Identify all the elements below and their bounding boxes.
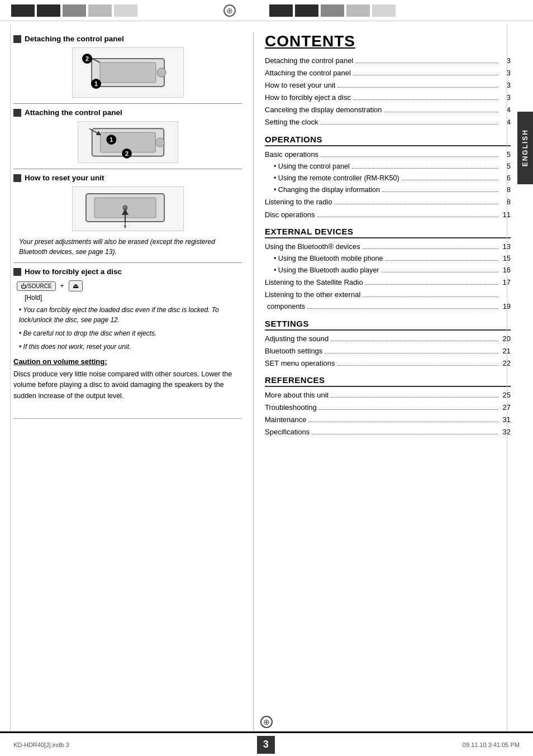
- toc-dots: [321, 156, 498, 157]
- divider-2: [13, 169, 242, 169]
- toc-dots: [331, 341, 498, 341]
- toc-dots: [384, 112, 498, 112]
- toc-row-bluetooth: Using the Bluetooth® devices 13: [265, 241, 511, 253]
- toc-row-radio: Listening to the radio 8: [265, 196, 511, 208]
- toc-label: Troubleshooting: [265, 401, 317, 414]
- plus-sign: +: [60, 282, 64, 290]
- toc-row-basic-ops: Basic operations 5: [265, 149, 511, 161]
- toc-label: Adjusting the sound: [265, 333, 329, 345]
- svg-text:2: 2: [125, 150, 128, 156]
- toc-num: 4: [501, 104, 511, 116]
- toc-dots: [382, 272, 498, 272]
- toc-row-detaching: Detaching the control panel 3: [265, 55, 511, 67]
- toc-num: 13: [501, 241, 511, 253]
- bottom-compass: ⊕: [260, 716, 273, 728]
- toc-dots: [320, 124, 498, 125]
- toc-num: 3: [501, 79, 511, 92]
- toc-label: Basic operations: [265, 149, 318, 161]
- toc-intro: Detaching the control panel 3 Attaching …: [265, 55, 511, 129]
- toc-num: 27: [501, 401, 511, 414]
- toc-row-reset: How to reset your unit 3: [265, 79, 511, 92]
- toc-dots: [365, 284, 498, 285]
- top-bar-right: [269, 4, 482, 17]
- english-label: ENGLISH: [521, 129, 529, 166]
- toc-num: 8: [501, 184, 511, 196]
- color-block-r4: [346, 4, 370, 17]
- toc-label: Setting the clock: [265, 116, 318, 128]
- attaching-diagram: 2 1: [78, 121, 178, 163]
- hold-label: [Hold]: [25, 294, 242, 302]
- page-content: Detaching the control panel: [0, 21, 533, 733]
- toc-row-maintenance: Maintenance 31: [265, 414, 511, 426]
- toc-label: Specifications: [265, 426, 310, 438]
- toc-dots: [352, 168, 498, 169]
- toc-dots: [319, 409, 498, 410]
- detaching-diagram: 1 2: [72, 47, 184, 98]
- toc-label: How to reset your unit: [265, 79, 335, 92]
- toc-label: How to forcibly eject a disc: [265, 92, 351, 104]
- toc-dots: [337, 87, 498, 88]
- toc-header-external: EXTERNAL DEVICES: [265, 227, 511, 238]
- toc-dots: [331, 397, 498, 398]
- toc-num: 4: [501, 116, 511, 128]
- toc-row-bt-settings: Bluetooth settings 21: [265, 345, 511, 357]
- eject-icon: ⏏: [69, 280, 83, 291]
- toc-num: 5: [501, 149, 511, 161]
- toc-dots: [308, 422, 498, 422]
- eject-bullet-2: • Be careful not to drop the disc when i…: [19, 328, 242, 338]
- toc-label: • Using the Bluetooth audio player: [274, 265, 379, 276]
- toc-label: Listening to the other external: [265, 289, 360, 301]
- right-margin-line: [507, 25, 507, 731]
- toc-label: Detaching the control panel: [265, 55, 353, 67]
- toc-operations: Basic operations 5 • Using the control p…: [265, 149, 511, 221]
- reset-title: How to reset your unit: [13, 174, 242, 182]
- reset-diagram: [72, 186, 184, 231]
- toc-num: 15: [501, 253, 511, 265]
- toc-dots: [353, 75, 498, 75]
- toc-label: Bluetooth settings: [265, 345, 322, 357]
- toc-num: 11: [501, 209, 511, 221]
- toc-num: 8: [501, 196, 511, 208]
- reset-svg: [75, 188, 181, 230]
- toc-row-bt-audio: • Using the Bluetooth audio player 16: [265, 265, 511, 276]
- eject-bullet-1: • You can forcibly eject the loaded disc…: [19, 305, 242, 325]
- toc-num: 6: [501, 173, 511, 184]
- toc-label: • Using the remote controller (RM-RK50): [274, 173, 399, 184]
- color-block-2: [37, 4, 60, 17]
- toc-row-components: components 19: [265, 301, 511, 313]
- toc-label: • Changing the display information: [274, 184, 380, 196]
- top-bar-left: [11, 4, 223, 17]
- toc-row-remote: • Using the remote controller (RM-RK50) …: [265, 173, 511, 184]
- right-column: CONTENTS Detaching the control panel 3 A…: [254, 32, 511, 733]
- color-block-r1: [269, 4, 293, 17]
- toc-dots: [307, 308, 498, 309]
- color-block-r2: [295, 4, 318, 17]
- bottom-bar: KD-HDR40[J].indb 3 3 09.11.10 3:41:05 PM: [0, 731, 533, 756]
- toc-row-attaching: Attaching the control panel 3: [265, 67, 511, 79]
- section-attaching: Attaching the control panel 2: [13, 108, 242, 169]
- toc-num: 20: [501, 333, 511, 345]
- toc-dots: [385, 260, 498, 261]
- toc-row-set-menu: SET menu operations 22: [265, 357, 511, 370]
- svg-point-2: [157, 68, 166, 77]
- toc-num: 19: [501, 301, 511, 313]
- toc-label: • Using the control panel: [274, 161, 350, 173]
- english-sidebar: ENGLISH: [517, 112, 533, 184]
- toc-label: • Using the Bluetooth mobile phone: [274, 253, 383, 265]
- toc-num: 5: [501, 161, 511, 173]
- toc-row-forcibly-eject: How to forcibly eject a disc 3: [265, 92, 511, 104]
- section-reset: How to reset your unit: [13, 174, 242, 263]
- color-block-r5: [372, 4, 396, 17]
- toc-settings: Adjusting the sound 20 Bluetooth setting…: [265, 333, 511, 370]
- toc-dots: [337, 365, 499, 366]
- toc-label: Attaching the control panel: [265, 67, 351, 79]
- toc-dots: [353, 99, 498, 100]
- svg-point-10: [155, 138, 164, 147]
- detaching-title: Detaching the control panel: [13, 35, 242, 43]
- left-column: Detaching the control panel: [13, 32, 254, 733]
- divider-3: [13, 262, 242, 263]
- toc-references: More about this unit 25 Troubleshooting …: [265, 389, 511, 438]
- toc-label: Using the Bluetooth® devices: [265, 241, 360, 253]
- source-button-label: ⏻/SOURCE: [17, 281, 56, 291]
- page-number: 3: [257, 736, 275, 754]
